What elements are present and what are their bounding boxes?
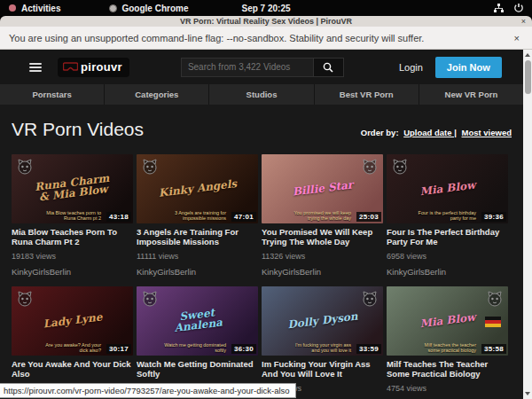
system-clock[interactable]: Sep 7 20:25 [0, 4, 532, 13]
nav-item-pornstars[interactable]: Pornstars [0, 84, 104, 105]
browser-tab-strip: VR Porn: Virtual Reality Sex Videos | Pi… [0, 16, 532, 27]
scroll-down-icon[interactable] [525, 392, 530, 395]
nav-item-new-vr-porn[interactable]: New VR Porn [419, 84, 523, 105]
video-thumbnail[interactable]: Mia Blow Four is the perfect birthday pa… [387, 154, 508, 223]
thumbnail-caption: I'm fucking your virgin ass and you will… [289, 342, 351, 353]
tab-title[interactable]: VR Porn: Virtual Reality Sex Videos | Pi… [0, 17, 532, 26]
video-title-link[interactable]: Watch Me Getting Dominated Softly [137, 359, 258, 379]
order-upload-date-link[interactable]: Upload date | [403, 128, 457, 137]
thumbnail-caption: Mia Blow teaches porn to Runa Charm pt 2 [39, 210, 101, 221]
join-now-button[interactable]: Join Now [435, 57, 502, 78]
video-thumbnail[interactable]: Sweet Analena Watch me getting dominated… [137, 286, 258, 356]
video-thumbnail[interactable]: Mia Blow Milf teaches the teacher some p… [387, 286, 508, 356]
thumbnail-caption: Milf teaches the teacher some practical … [414, 342, 476, 353]
video-duration-badge: 39:36 [481, 212, 506, 222]
video-thumbnail[interactable]: Dolly Dyson I'm fucking your virgin ass … [262, 286, 383, 356]
video-card[interactable]: Dolly Dyson I'm fucking your virgin ass … [262, 286, 383, 399]
nav-item-studios[interactable]: Studios [209, 84, 313, 105]
video-title-link[interactable]: Mia Blow Teaches Porn To Runa Charm Pt 2 [12, 227, 133, 246]
status-bar-url: https://pirouvr.com/vr-porn-video/779325… [0, 383, 296, 398]
video-views: 11111 views [137, 252, 258, 261]
studio-cat-logo-icon [141, 158, 159, 176]
video-views: 6958 views [387, 252, 508, 261]
thumbnail-performer-name: Dolly Dyson [282, 310, 363, 331]
screen: Activities Google Chrome Sep 7 20:25 VR … [0, 0, 532, 399]
activities-label: Activities [21, 4, 60, 13]
thumbnail-performer-name: Lady Lyne [32, 310, 113, 331]
main-nav: PornstarsCategoriesStudiosBest VR PornNe… [0, 84, 523, 105]
video-title-link[interactable]: You Promised We Will Keep Trying The Who… [262, 227, 383, 246]
page-title: VR Porn Videos [12, 119, 144, 140]
site-logo[interactable]: pirouvr [58, 58, 129, 77]
scrollbar-thumb[interactable] [525, 60, 531, 94]
video-card[interactable]: Mia Blow Milf teaches the teacher some p… [387, 286, 508, 399]
studio-cat-logo-icon [486, 290, 504, 308]
power-icon[interactable] [514, 4, 523, 12]
login-link[interactable]: Login [399, 62, 423, 73]
video-views: 4754 views [387, 384, 508, 393]
video-card[interactable]: Billie Star You promised we will keep tr… [262, 154, 383, 286]
studio-link[interactable]: KinkyGirlsBerlin [387, 267, 508, 277]
focused-app-label: Google Chrome [121, 4, 188, 13]
tab-close-icon[interactable]: × [521, 16, 526, 27]
video-duration-badge: 25:03 [356, 212, 381, 222]
nav-item-categories[interactable]: Categories [105, 84, 208, 105]
studio-cat-logo-icon [391, 158, 409, 176]
studio-link[interactable]: KinkyGirlsBerlin [12, 267, 133, 277]
site-header: pirouvr Login Join Now [0, 50, 523, 84]
vr-goggles-icon [63, 62, 78, 72]
thumbnail-performer-name: Sweet Analena [156, 304, 238, 335]
studio-link[interactable]: KinkyGirlsBerlin [137, 267, 258, 277]
studio-cat-logo-icon [16, 158, 34, 176]
video-thumbnail[interactable]: Runa Charm & Mia Blow Mia Blow teaches p… [12, 154, 133, 223]
video-thumbnail[interactable]: Billie Star You promised we will keep tr… [262, 154, 383, 223]
video-duration-badge: 30:17 [106, 344, 131, 354]
video-duration-badge: 36:30 [231, 344, 256, 354]
video-title-link[interactable]: Im Fucking Your Virgin Ass And You Will … [262, 359, 383, 379]
infobar-message: You are using an unsupported command-lin… [9, 33, 424, 43]
video-title-link[interactable]: Four Is The Perfect Birthday Party For M… [387, 227, 508, 246]
network-icon[interactable] [494, 4, 504, 12]
studio-cat-logo-icon [361, 290, 379, 308]
video-card[interactable]: Runa Charm & Mia Blow Mia Blow teaches p… [12, 154, 133, 286]
search-icon [323, 62, 333, 73]
video-grid: Runa Charm & Mia Blow Mia Blow teaches p… [0, 154, 523, 399]
order-most-viewed-link[interactable]: Most viewed [462, 128, 512, 137]
video-title-link[interactable]: Are You Awake And Your Dick Also [12, 359, 133, 379]
video-title-link[interactable]: Milf Teaches The Teacher Some Practical … [387, 359, 508, 379]
video-title-link[interactable]: 3 Angels Are Training For Impossible Mis… [137, 227, 258, 246]
video-thumbnail[interactable]: Kinky Angels 3 Angels are training for i… [137, 154, 258, 223]
video-card[interactable]: Mia Blow Four is the perfect birthday pa… [387, 154, 508, 286]
focused-app-menu[interactable]: Google Chrome [109, 4, 188, 13]
order-by: Order by: Upload date | Most viewed [361, 128, 512, 137]
search-input[interactable] [181, 58, 314, 77]
studio-cat-logo-icon [141, 290, 159, 308]
thumbnail-caption: Four is the perfect birthday party for m… [414, 210, 476, 221]
order-by-label: Order by: [361, 128, 399, 137]
thumbnail-performer-name: Mia Blow [407, 310, 488, 331]
video-card[interactable]: Kinky Angels 3 Angels are training for i… [137, 154, 258, 286]
chrome-icon [109, 4, 117, 12]
infobar-close-icon[interactable]: × [514, 33, 520, 43]
site-logo-text: pirouvr [81, 60, 122, 74]
thumbnail-performer-name: Billie Star [282, 178, 363, 199]
thumbnail-performer-name: Kinky Angels [157, 178, 238, 199]
thumbnail-caption: 3 Angels are training for impossible mis… [164, 210, 226, 221]
scroll-up-icon[interactable] [525, 53, 530, 57]
activities-button[interactable]: Activities [9, 4, 60, 13]
search-button[interactable] [314, 58, 344, 77]
nav-item-best-vr-porn[interactable]: Best VR Porn [315, 84, 419, 105]
thumbnail-performer-name: Runa Charm & Mia Blow [31, 172, 113, 203]
video-duration-badge: 43:18 [106, 212, 131, 222]
menu-icon[interactable] [29, 63, 42, 72]
video-card[interactable]: Lady Lyne Are you awake? And your dick a… [12, 286, 133, 399]
studio-link[interactable]: KinkyGirlsBerlin [262, 267, 383, 277]
video-duration-badge: 33:59 [356, 344, 381, 354]
activities-icon [9, 4, 16, 12]
video-views: 19183 views [12, 252, 133, 261]
system-top-bar: Activities Google Chrome Sep 7 20:25 [0, 0, 532, 16]
page-scrollbar[interactable] [523, 50, 532, 399]
video-thumbnail[interactable]: Lady Lyne Are you awake? And your dick a… [12, 286, 133, 356]
thumbnail-caption: You promised we will keep trying the who… [289, 210, 351, 221]
video-card[interactable]: Sweet Analena Watch me getting dominated… [137, 286, 258, 399]
